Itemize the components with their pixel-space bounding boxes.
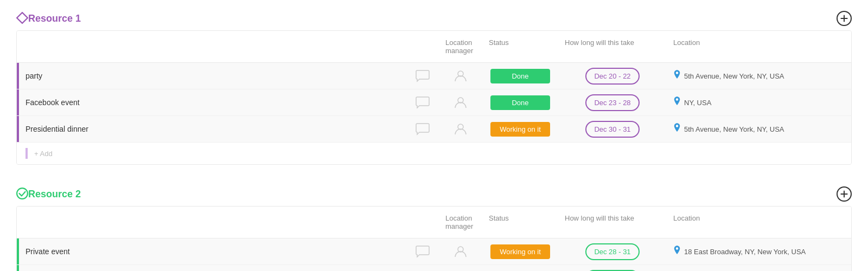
svg-point-9 bbox=[17, 188, 28, 199]
table-header-comment bbox=[406, 35, 439, 58]
row-color-bar bbox=[17, 63, 19, 89]
table-header-duration: How long will this take bbox=[558, 35, 667, 58]
user-icon-cell[interactable] bbox=[439, 92, 482, 113]
date-badge: Dec 20 - 22 bbox=[585, 68, 639, 85]
user-icon bbox=[453, 68, 468, 83]
svg-marker-0 bbox=[17, 12, 28, 23]
table-header-extra bbox=[829, 35, 851, 58]
row-name-text: Private event bbox=[25, 247, 70, 256]
table-header-duration: How long will this take bbox=[558, 211, 667, 234]
status-cell[interactable]: Working on it bbox=[482, 268, 558, 272]
location-cell: 5th Avenue, New York, NY, USA bbox=[667, 120, 829, 138]
date-cell[interactable]: Dec 23 - 28 bbox=[558, 91, 667, 114]
location-text: 5th Avenue, New York, NY, USA bbox=[684, 72, 784, 80]
table-header-status: Status bbox=[482, 211, 558, 234]
comment-icon bbox=[415, 244, 430, 259]
comment-icon-cell[interactable] bbox=[406, 92, 439, 113]
table-header-location-manager: Location manager bbox=[439, 211, 482, 234]
resource-title-icon-2 bbox=[16, 188, 28, 201]
add-resource-button-1[interactable] bbox=[837, 11, 852, 26]
date-cell[interactable]: Dec 28 - 31 bbox=[558, 240, 667, 263]
comment-icon-cell[interactable] bbox=[406, 267, 439, 271]
user-icon-cell[interactable] bbox=[439, 118, 482, 140]
location-pin-icon bbox=[673, 70, 681, 82]
location-pin-icon bbox=[673, 246, 681, 257]
user-icon bbox=[453, 95, 468, 110]
status-badge: Working on it bbox=[490, 244, 550, 259]
row-name-text: Facebook event bbox=[25, 98, 80, 107]
user-icon bbox=[453, 244, 468, 259]
row-name-text: party bbox=[25, 72, 42, 80]
location-text: 18 East Broadway, NY, New York, USA bbox=[684, 248, 806, 256]
table-header-2: Location managerStatusHow long will this… bbox=[17, 207, 851, 238]
svg-point-4 bbox=[676, 72, 678, 74]
add-resource-button-2[interactable] bbox=[837, 186, 852, 202]
status-badge: Done bbox=[490, 69, 550, 83]
status-cell[interactable]: Working on it bbox=[482, 241, 558, 262]
date-cell[interactable]: Dec 20 - 22 bbox=[558, 64, 667, 88]
resource-table-2: Location managerStatusHow long will this… bbox=[16, 206, 852, 271]
comment-icon-cell[interactable] bbox=[406, 241, 439, 262]
table-header-extra bbox=[829, 211, 851, 234]
status-cell[interactable]: Done bbox=[482, 92, 558, 113]
comment-icon-cell[interactable] bbox=[406, 118, 439, 140]
row-color-bar bbox=[17, 116, 19, 142]
location-cell: 5th Avenue, New York, NY, USA bbox=[667, 67, 829, 85]
resource-title-1: Resource 1 bbox=[28, 13, 837, 24]
table-row: party DoneDec 20 - 225th Avenue, New Yor… bbox=[17, 63, 851, 89]
table-header-location: Location bbox=[667, 211, 829, 234]
table-header-location-manager: Location manager bbox=[439, 35, 482, 58]
date-badge: Dec 30 - 31 bbox=[585, 121, 639, 138]
row-name-text: Presidential dinner bbox=[25, 125, 88, 133]
table-row: Photoshoot Working on itDec 26 - 2718 Ea… bbox=[17, 265, 851, 271]
table-header-name bbox=[17, 35, 406, 58]
location-pin-icon bbox=[673, 96, 681, 108]
date-cell[interactable]: Dec 30 - 31 bbox=[558, 118, 667, 141]
status-badge: Working on it bbox=[490, 122, 550, 137]
comment-icon bbox=[415, 121, 430, 137]
resource-icon-diamond bbox=[16, 12, 28, 24]
svg-point-6 bbox=[676, 98, 678, 100]
table-header-name bbox=[17, 211, 406, 234]
row-name-cell: Private event bbox=[17, 238, 406, 264]
add-row-button[interactable]: + Add bbox=[17, 143, 851, 164]
resource-table-1: Location managerStatusHow long will this… bbox=[16, 30, 852, 165]
comment-icon-cell[interactable] bbox=[406, 65, 439, 87]
add-row-label: + Add bbox=[34, 150, 53, 158]
user-icon-cell[interactable] bbox=[439, 65, 482, 87]
location-pin-icon bbox=[673, 123, 681, 135]
table-row: Private event Working on itDec 28 - 3118… bbox=[17, 238, 851, 265]
svg-point-8 bbox=[676, 125, 678, 127]
row-color-bar bbox=[17, 238, 19, 264]
user-icon-cell[interactable] bbox=[439, 267, 482, 271]
resource-title-icon-1 bbox=[16, 12, 28, 25]
comment-icon bbox=[415, 68, 430, 83]
resource-section-1: Resource 1Location managerStatusHow long… bbox=[16, 11, 852, 165]
row-name-cell: Photoshoot bbox=[17, 265, 406, 271]
resource-header-2: Resource 2 bbox=[16, 186, 852, 202]
location-cell: NY, USA bbox=[667, 93, 829, 112]
date-cell[interactable]: Dec 26 - 27 bbox=[558, 267, 667, 272]
location-cell: 18 East Broadway, NY, New York, USA bbox=[667, 242, 829, 261]
resource-title-2: Resource 2 bbox=[28, 189, 837, 200]
date-badge: Dec 23 - 28 bbox=[585, 94, 639, 111]
status-cell[interactable]: Done bbox=[482, 66, 558, 87]
resource-section-2: Resource 2Location managerStatusHow long… bbox=[16, 186, 852, 271]
table-header-comment bbox=[406, 211, 439, 234]
location-text: NY, USA bbox=[684, 99, 711, 107]
user-icon-cell[interactable] bbox=[439, 241, 482, 262]
date-badge: Dec 28 - 31 bbox=[585, 243, 639, 260]
row-name-cell: Facebook event bbox=[17, 89, 406, 115]
resource-icon-circle bbox=[16, 188, 28, 199]
row-name-cell: Presidential dinner bbox=[17, 116, 406, 142]
add-row-color-bar bbox=[25, 148, 28, 159]
location-text: 5th Avenue, New York, NY, USA bbox=[684, 125, 784, 133]
table-row: Facebook event DoneDec 23 - 28NY, USA bbox=[17, 89, 851, 116]
table-row: Presidential dinner Working on itDec 30 … bbox=[17, 116, 851, 143]
comment-icon bbox=[415, 95, 430, 110]
row-name-cell: party bbox=[17, 63, 406, 89]
svg-point-13 bbox=[676, 247, 678, 249]
status-cell[interactable]: Working on it bbox=[482, 119, 558, 140]
status-badge: Done bbox=[490, 95, 550, 110]
table-header-status: Status bbox=[482, 35, 558, 58]
